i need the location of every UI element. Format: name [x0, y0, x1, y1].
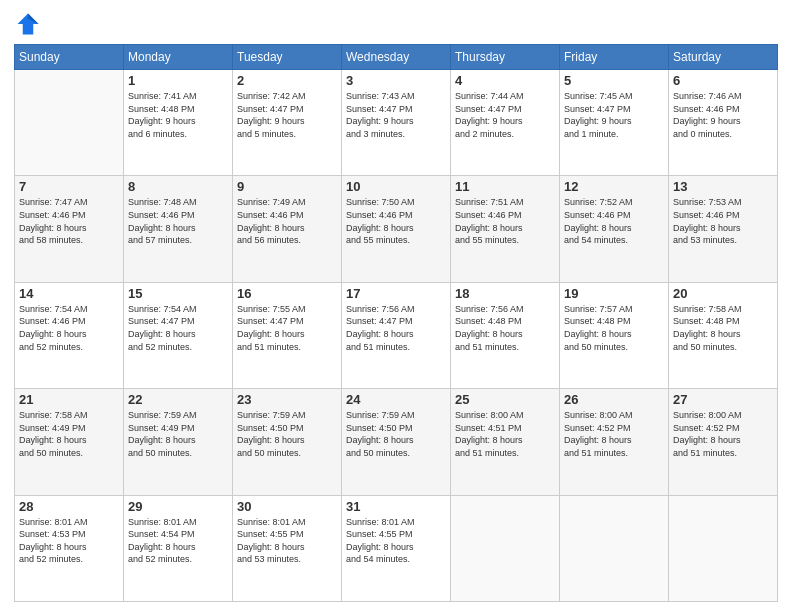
calendar-cell: 17Sunrise: 7:56 AM Sunset: 4:47 PM Dayli… [342, 282, 451, 388]
day-info: Sunrise: 7:43 AM Sunset: 4:47 PM Dayligh… [346, 90, 446, 140]
calendar-week-row: 1Sunrise: 7:41 AM Sunset: 4:48 PM Daylig… [15, 70, 778, 176]
day-info: Sunrise: 8:00 AM Sunset: 4:52 PM Dayligh… [673, 409, 773, 459]
day-number: 6 [673, 73, 773, 88]
logo-icon [14, 10, 42, 38]
day-info: Sunrise: 7:51 AM Sunset: 4:46 PM Dayligh… [455, 196, 555, 246]
day-number: 12 [564, 179, 664, 194]
calendar-week-row: 21Sunrise: 7:58 AM Sunset: 4:49 PM Dayli… [15, 389, 778, 495]
day-number: 2 [237, 73, 337, 88]
day-number: 13 [673, 179, 773, 194]
day-info: Sunrise: 8:01 AM Sunset: 4:54 PM Dayligh… [128, 516, 228, 566]
calendar-cell: 14Sunrise: 7:54 AM Sunset: 4:46 PM Dayli… [15, 282, 124, 388]
day-info: Sunrise: 7:56 AM Sunset: 4:47 PM Dayligh… [346, 303, 446, 353]
day-number: 4 [455, 73, 555, 88]
day-info: Sunrise: 8:01 AM Sunset: 4:55 PM Dayligh… [346, 516, 446, 566]
weekday-header-saturday: Saturday [669, 45, 778, 70]
day-number: 31 [346, 499, 446, 514]
day-info: Sunrise: 7:52 AM Sunset: 4:46 PM Dayligh… [564, 196, 664, 246]
calendar-cell: 10Sunrise: 7:50 AM Sunset: 4:46 PM Dayli… [342, 176, 451, 282]
day-number: 29 [128, 499, 228, 514]
header [14, 10, 778, 38]
calendar-cell: 20Sunrise: 7:58 AM Sunset: 4:48 PM Dayli… [669, 282, 778, 388]
day-info: Sunrise: 7:50 AM Sunset: 4:46 PM Dayligh… [346, 196, 446, 246]
day-number: 20 [673, 286, 773, 301]
calendar-cell: 1Sunrise: 7:41 AM Sunset: 4:48 PM Daylig… [124, 70, 233, 176]
weekday-header-monday: Monday [124, 45, 233, 70]
day-number: 30 [237, 499, 337, 514]
day-info: Sunrise: 7:49 AM Sunset: 4:46 PM Dayligh… [237, 196, 337, 246]
weekday-header-friday: Friday [560, 45, 669, 70]
day-number: 21 [19, 392, 119, 407]
calendar-cell: 3Sunrise: 7:43 AM Sunset: 4:47 PM Daylig… [342, 70, 451, 176]
day-info: Sunrise: 8:00 AM Sunset: 4:52 PM Dayligh… [564, 409, 664, 459]
day-info: Sunrise: 7:47 AM Sunset: 4:46 PM Dayligh… [19, 196, 119, 246]
calendar-week-row: 14Sunrise: 7:54 AM Sunset: 4:46 PM Dayli… [15, 282, 778, 388]
calendar-page: SundayMondayTuesdayWednesdayThursdayFrid… [0, 0, 792, 612]
day-info: Sunrise: 7:59 AM Sunset: 4:49 PM Dayligh… [128, 409, 228, 459]
calendar-cell [560, 495, 669, 601]
day-info: Sunrise: 7:59 AM Sunset: 4:50 PM Dayligh… [346, 409, 446, 459]
calendar-cell: 2Sunrise: 7:42 AM Sunset: 4:47 PM Daylig… [233, 70, 342, 176]
calendar-cell [15, 70, 124, 176]
calendar-cell: 31Sunrise: 8:01 AM Sunset: 4:55 PM Dayli… [342, 495, 451, 601]
day-number: 18 [455, 286, 555, 301]
day-number: 9 [237, 179, 337, 194]
calendar-cell: 18Sunrise: 7:56 AM Sunset: 4:48 PM Dayli… [451, 282, 560, 388]
weekday-header-wednesday: Wednesday [342, 45, 451, 70]
day-number: 15 [128, 286, 228, 301]
calendar-cell: 9Sunrise: 7:49 AM Sunset: 4:46 PM Daylig… [233, 176, 342, 282]
logo [14, 10, 46, 38]
calendar-cell: 6Sunrise: 7:46 AM Sunset: 4:46 PM Daylig… [669, 70, 778, 176]
day-info: Sunrise: 7:46 AM Sunset: 4:46 PM Dayligh… [673, 90, 773, 140]
day-number: 5 [564, 73, 664, 88]
day-info: Sunrise: 7:41 AM Sunset: 4:48 PM Dayligh… [128, 90, 228, 140]
calendar-cell: 26Sunrise: 8:00 AM Sunset: 4:52 PM Dayli… [560, 389, 669, 495]
day-info: Sunrise: 8:00 AM Sunset: 4:51 PM Dayligh… [455, 409, 555, 459]
day-info: Sunrise: 7:58 AM Sunset: 4:49 PM Dayligh… [19, 409, 119, 459]
calendar-cell: 21Sunrise: 7:58 AM Sunset: 4:49 PM Dayli… [15, 389, 124, 495]
calendar-cell [669, 495, 778, 601]
day-number: 14 [19, 286, 119, 301]
calendar-cell: 8Sunrise: 7:48 AM Sunset: 4:46 PM Daylig… [124, 176, 233, 282]
calendar-cell: 27Sunrise: 8:00 AM Sunset: 4:52 PM Dayli… [669, 389, 778, 495]
day-info: Sunrise: 7:54 AM Sunset: 4:47 PM Dayligh… [128, 303, 228, 353]
day-number: 24 [346, 392, 446, 407]
day-number: 3 [346, 73, 446, 88]
day-number: 25 [455, 392, 555, 407]
day-number: 27 [673, 392, 773, 407]
weekday-header-row: SundayMondayTuesdayWednesdayThursdayFrid… [15, 45, 778, 70]
day-number: 1 [128, 73, 228, 88]
weekday-header-tuesday: Tuesday [233, 45, 342, 70]
calendar-cell: 7Sunrise: 7:47 AM Sunset: 4:46 PM Daylig… [15, 176, 124, 282]
weekday-header-thursday: Thursday [451, 45, 560, 70]
day-info: Sunrise: 8:01 AM Sunset: 4:53 PM Dayligh… [19, 516, 119, 566]
day-info: Sunrise: 7:54 AM Sunset: 4:46 PM Dayligh… [19, 303, 119, 353]
calendar-cell: 15Sunrise: 7:54 AM Sunset: 4:47 PM Dayli… [124, 282, 233, 388]
day-number: 17 [346, 286, 446, 301]
day-info: Sunrise: 7:53 AM Sunset: 4:46 PM Dayligh… [673, 196, 773, 246]
day-info: Sunrise: 8:01 AM Sunset: 4:55 PM Dayligh… [237, 516, 337, 566]
calendar-cell: 12Sunrise: 7:52 AM Sunset: 4:46 PM Dayli… [560, 176, 669, 282]
calendar-cell: 25Sunrise: 8:00 AM Sunset: 4:51 PM Dayli… [451, 389, 560, 495]
day-info: Sunrise: 7:55 AM Sunset: 4:47 PM Dayligh… [237, 303, 337, 353]
day-info: Sunrise: 7:59 AM Sunset: 4:50 PM Dayligh… [237, 409, 337, 459]
day-number: 26 [564, 392, 664, 407]
day-number: 16 [237, 286, 337, 301]
calendar-cell: 23Sunrise: 7:59 AM Sunset: 4:50 PM Dayli… [233, 389, 342, 495]
calendar-cell: 24Sunrise: 7:59 AM Sunset: 4:50 PM Dayli… [342, 389, 451, 495]
calendar-cell: 13Sunrise: 7:53 AM Sunset: 4:46 PM Dayli… [669, 176, 778, 282]
calendar-week-row: 28Sunrise: 8:01 AM Sunset: 4:53 PM Dayli… [15, 495, 778, 601]
day-number: 23 [237, 392, 337, 407]
day-number: 11 [455, 179, 555, 194]
day-number: 8 [128, 179, 228, 194]
day-info: Sunrise: 7:42 AM Sunset: 4:47 PM Dayligh… [237, 90, 337, 140]
day-number: 7 [19, 179, 119, 194]
day-info: Sunrise: 7:58 AM Sunset: 4:48 PM Dayligh… [673, 303, 773, 353]
day-number: 19 [564, 286, 664, 301]
calendar-cell: 5Sunrise: 7:45 AM Sunset: 4:47 PM Daylig… [560, 70, 669, 176]
weekday-header-sunday: Sunday [15, 45, 124, 70]
calendar-cell: 28Sunrise: 8:01 AM Sunset: 4:53 PM Dayli… [15, 495, 124, 601]
day-info: Sunrise: 7:45 AM Sunset: 4:47 PM Dayligh… [564, 90, 664, 140]
calendar-cell: 11Sunrise: 7:51 AM Sunset: 4:46 PM Dayli… [451, 176, 560, 282]
day-number: 28 [19, 499, 119, 514]
